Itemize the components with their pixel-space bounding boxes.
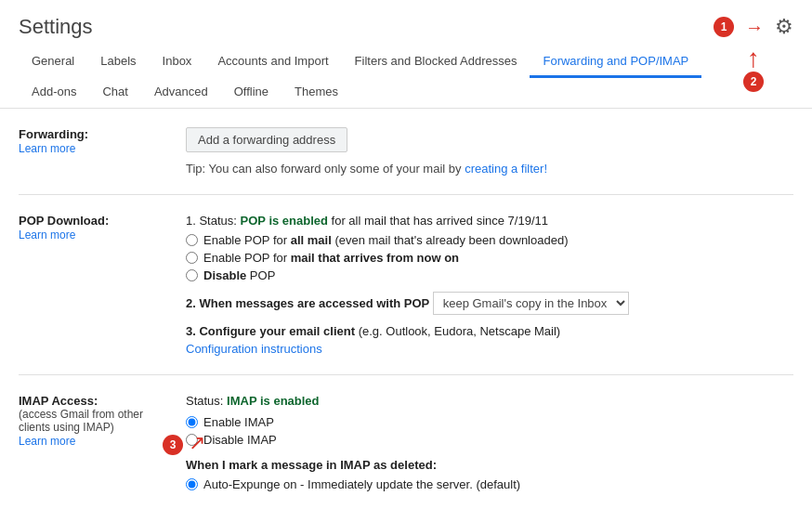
imap-radio-enable[interactable] xyxy=(186,416,198,428)
annotation-2-group: ↑ 2 xyxy=(743,46,764,92)
arrow-up-annotation: ↑ xyxy=(747,46,760,72)
pop-option-3: Disable POP xyxy=(186,268,793,282)
forwarding-tip: Tip: You can also forward only some of y… xyxy=(186,162,793,176)
pop-status-value: POP is enabled xyxy=(241,214,328,228)
pop-title: POP Download: xyxy=(19,214,167,228)
imap-enable-label: Enable IMAP xyxy=(203,415,274,429)
config-instructions-link[interactable]: Configuration instructions xyxy=(186,342,793,356)
forwarding-section: Forwarding: Learn more Add a forwarding … xyxy=(19,109,793,195)
add-forwarding-button[interactable]: Add a forwarding address xyxy=(186,127,347,152)
imap-option-enable: Enable IMAP xyxy=(186,415,793,429)
tab-offline[interactable]: Offline xyxy=(221,77,282,109)
annotation-3-badge: 3 xyxy=(163,435,183,455)
creating-filter-link[interactable]: creating a filter! xyxy=(465,162,547,176)
pop-option-3-text: Disable POP xyxy=(203,268,275,282)
pop-radio-disable[interactable] xyxy=(186,269,198,281)
imap-status-prefix: Status: xyxy=(186,394,227,408)
arrow-right-annotation: → xyxy=(745,17,764,38)
tab-filters[interactable]: Filters and Blocked Addresses xyxy=(342,46,530,78)
annotation-2-badge: 2 xyxy=(743,72,764,92)
pop-when-title: 2. When messages are accessed with POP k… xyxy=(186,292,793,315)
pop-radio-new[interactable] xyxy=(186,252,198,264)
pop-option-2: Enable POP for mail that arrives from no… xyxy=(186,251,793,265)
tab-advanced[interactable]: Advanced xyxy=(141,77,221,109)
imap-radio-autoexpunge[interactable] xyxy=(186,478,198,490)
tip-text-prefix: Tip: You can also forward only some of y… xyxy=(186,162,465,176)
nav-row-2: Add-ons Chat Advanced Offline Themes xyxy=(19,77,793,108)
imap-status-value: IMAP is enabled xyxy=(227,394,319,408)
forwarding-learn-more[interactable]: Learn more xyxy=(19,142,75,155)
nav-tabs: General Labels Inbox Accounts and Import… xyxy=(0,46,812,109)
pop-when-prefix: 2. When messages are accessed with POP xyxy=(186,296,429,310)
gear-icon[interactable]: ⚙ xyxy=(775,15,793,39)
tab-labels[interactable]: Labels xyxy=(87,46,149,78)
pop-option-2-text: Enable POP for mail that arrives from no… xyxy=(203,251,459,265)
imap-when-deleted-title: When I mark a message in IMAP as deleted… xyxy=(186,458,793,472)
pop-label: POP Download: Learn more xyxy=(19,214,186,356)
imap-body: Status: IMAP is enabled Enable IMAP Disa… xyxy=(186,394,793,495)
imap-title: IMAP Access: xyxy=(19,394,167,408)
tab-general[interactable]: General xyxy=(19,46,87,78)
nav-row-1: General Labels Inbox Accounts and Import… xyxy=(19,46,793,77)
annotation-1-badge: 1 xyxy=(714,17,734,37)
tab-themes[interactable]: Themes xyxy=(282,77,351,109)
settings-content: Forwarding: Learn more Add a forwarding … xyxy=(0,109,812,509)
imap-auto-expunge: Auto-Expunge on - Immediately update the… xyxy=(186,477,793,491)
pop-status-line: 1. Status: POP is enabled for all mail t… xyxy=(186,214,793,228)
imap-learn-more[interactable]: Learn more xyxy=(19,435,75,448)
tab-addons[interactable]: Add-ons xyxy=(19,77,89,109)
imap-autoexpunge-label: Auto-Expunge on - Immediately update the… xyxy=(203,477,520,491)
pop-option-1: Enable POP for all mail (even mail that'… xyxy=(186,233,793,247)
imap-option-disable: Disable IMAP xyxy=(186,433,793,447)
pop-section: POP Download: Learn more 1. Status: POP … xyxy=(19,195,793,375)
pop-status-suffix: for all mail that has arrived since 7/19… xyxy=(328,214,548,228)
pop-when-select[interactable]: keep Gmail's copy in the Inbox archive G… xyxy=(433,292,629,315)
page-title: Settings xyxy=(19,15,714,39)
pop-option-1-text: Enable POP for all mail (even mail that'… xyxy=(203,233,569,247)
pop-configure: 3. Configure your email client (e.g. Out… xyxy=(186,324,793,356)
forwarding-label: Forwarding: Learn more xyxy=(19,127,186,176)
imap-status-line: Status: IMAP is enabled xyxy=(186,394,793,408)
tab-chat[interactable]: Chat xyxy=(89,77,140,109)
tab-accounts[interactable]: Accounts and Import xyxy=(204,46,341,78)
annotation-3-group: 3 ↗ xyxy=(163,431,205,455)
imap-disable-label: Disable IMAP xyxy=(203,433,277,447)
pop-learn-more[interactable]: Learn more xyxy=(19,228,75,241)
pop-status-prefix: 1. Status: xyxy=(186,214,241,228)
tab-forwarding[interactable]: Forwarding and POP/IMAP xyxy=(530,46,701,78)
arrow-annotation-3: ↗ xyxy=(189,431,205,455)
pop-radio-all[interactable] xyxy=(186,234,198,246)
pop-body: 1. Status: POP is enabled for all mail t… xyxy=(186,214,793,356)
tab-inbox[interactable]: Inbox xyxy=(150,46,205,78)
imap-label: IMAP Access: (access Gmail from other cl… xyxy=(19,394,186,495)
imap-section: IMAP Access: (access Gmail from other cl… xyxy=(19,375,793,509)
imap-sublabel: (access Gmail from other clients using I… xyxy=(19,408,167,434)
forwarding-body: Add a forwarding address Tip: You can al… xyxy=(186,127,793,176)
pop-configure-prefix: 3. Configure your email client (e.g. Out… xyxy=(186,324,560,338)
forwarding-title: Forwarding: xyxy=(19,127,167,141)
